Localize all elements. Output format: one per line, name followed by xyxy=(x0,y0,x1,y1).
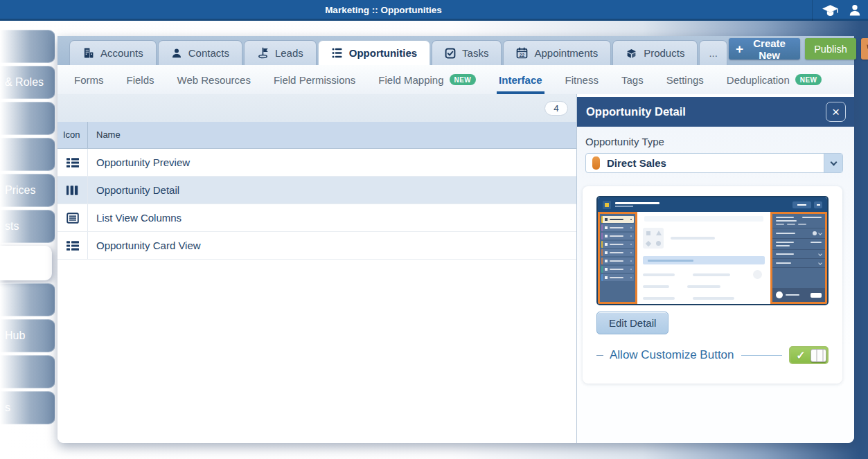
row-name: List View Columns xyxy=(88,204,576,231)
tab-label: Products xyxy=(644,47,684,59)
subnav-interface[interactable]: Interface xyxy=(499,65,542,94)
check-icon: ✓ xyxy=(791,349,811,362)
layout-preview-image xyxy=(596,196,829,305)
subnav-label: Forms xyxy=(74,74,104,86)
subnav-tags[interactable]: Tags xyxy=(621,65,644,94)
tab-label: ... xyxy=(709,47,718,59)
subnav-label: Fields xyxy=(127,74,154,86)
dash-decoration xyxy=(596,355,603,356)
undo-button[interactable] xyxy=(861,38,868,60)
content-area: 4 Icon Name Opportunity Preview xyxy=(57,94,854,443)
sidebar-item-10[interactable] xyxy=(0,355,55,388)
row-name: Opportunity Card View xyxy=(88,232,576,259)
panel-title: Opportunity Detail xyxy=(586,105,686,118)
tab-opportunities[interactable]: Opportunities xyxy=(318,40,430,65)
sidebar-item-label: Hub xyxy=(5,330,25,341)
list-box-icon xyxy=(57,204,88,231)
calendar-icon: 22 xyxy=(516,47,528,59)
left-sidebar: & Roles Prices sts Hub s xyxy=(0,30,55,427)
two-pane-list-icon xyxy=(57,149,88,176)
tab-accounts[interactable]: Accounts xyxy=(69,40,157,65)
subnav-label: Field Mapping xyxy=(378,74,443,86)
subnav-label: Field Permissions xyxy=(274,74,355,86)
subnav-forms[interactable]: Forms xyxy=(74,65,104,94)
table-row-list-view-columns[interactable]: List View Columns xyxy=(57,204,576,232)
column-header-icon: Icon xyxy=(57,122,88,148)
sidebar-item-3[interactable] xyxy=(0,102,55,135)
settings-subnav: Forms Fields Web Resources Field Permiss… xyxy=(57,65,854,94)
main-window: Accounts Contacts Leads xyxy=(57,36,854,443)
tab-appointments[interactable]: 22 Appointments xyxy=(503,40,611,65)
interface-views-list: 4 Icon Name Opportunity Preview xyxy=(57,94,577,443)
opportunities-list-icon xyxy=(331,47,343,59)
sidebar-item-active[interactable] xyxy=(0,246,52,280)
publish-button[interactable]: Publish xyxy=(805,38,856,60)
top-bar: Marketing :: Opportunities xyxy=(0,0,868,21)
toggle-knob[interactable] xyxy=(811,349,826,362)
topbar-icon-group xyxy=(812,0,864,21)
tab-products[interactable]: Products xyxy=(612,40,698,65)
tab-leads[interactable]: Leads xyxy=(244,40,317,65)
allow-customize-toggle[interactable]: ✓ xyxy=(789,346,829,364)
table-row-opportunity-detail[interactable]: Opportunity Detail xyxy=(57,177,576,204)
subnav-label: Deduplication xyxy=(727,74,790,86)
opportunity-type-dropdown[interactable]: Direct Sales xyxy=(585,153,843,173)
create-new-label: Create New xyxy=(748,37,790,61)
subnav-web-resources[interactable]: Web Resources xyxy=(177,65,251,94)
two-pane-list-icon xyxy=(57,232,88,259)
academy-graduation-cap-icon[interactable] xyxy=(821,3,839,18)
sidebar-item-label: Prices xyxy=(5,184,35,196)
subnav-label: Interface xyxy=(499,74,542,86)
allow-customize-row: Allow Customize Button ✓ xyxy=(596,346,829,364)
subnav-fields[interactable]: Fields xyxy=(127,65,154,94)
close-icon[interactable]: × xyxy=(826,102,846,122)
user-profile-icon[interactable] xyxy=(846,3,864,18)
tab-contacts[interactable]: Contacts xyxy=(158,40,242,65)
panel-header: Opportunity Detail × xyxy=(577,97,854,127)
subnav-settings[interactable]: Settings xyxy=(666,65,704,94)
sidebar-item-prices[interactable]: Prices xyxy=(0,174,55,207)
sidebar-item-8[interactable] xyxy=(0,283,55,316)
subnav-label: Tags xyxy=(621,74,644,86)
sidebar-item-hub[interactable]: Hub xyxy=(0,319,55,352)
sidebar-item-roles[interactable]: & Roles xyxy=(0,66,55,99)
sidebar-item-lists[interactable]: sts xyxy=(0,210,55,243)
subnav-field-mapping[interactable]: Field Mapping NEW xyxy=(378,65,476,94)
subnav-fitness[interactable]: Fitness xyxy=(565,65,599,94)
list-toolbar: 4 xyxy=(57,94,576,122)
table-header: Icon Name xyxy=(57,122,576,149)
record-count-badge: 4 xyxy=(544,101,568,116)
opportunity-detail-panel: Opportunity Detail × Opportunity Type Di… xyxy=(577,97,854,443)
page-title: Marketing :: Opportunities xyxy=(0,0,767,21)
allow-customize-label: Allow Customize Button xyxy=(610,348,734,362)
subnav-field-permissions[interactable]: Field Permissions xyxy=(274,65,355,94)
sidebar-item-label: s xyxy=(5,402,10,413)
app-root: { "topbar": { "title": "Marketing :: Opp… xyxy=(0,0,868,459)
tab-label: Accounts xyxy=(100,47,143,59)
tab-label: Contacts xyxy=(188,47,229,59)
tab-more[interactable]: ... xyxy=(699,40,727,65)
tab-label: Appointments xyxy=(534,47,598,59)
table-row-opportunity-card-view[interactable]: Opportunity Card View xyxy=(57,232,576,260)
three-columns-icon xyxy=(57,177,88,204)
subnav-label: Web Resources xyxy=(177,74,251,86)
subnav-label: Settings xyxy=(666,74,704,86)
sidebar-item-1[interactable] xyxy=(0,30,55,63)
table-row-opportunity-preview[interactable]: Opportunity Preview xyxy=(57,149,576,177)
chevron-down-icon[interactable] xyxy=(824,154,842,172)
row-name: Opportunity Preview xyxy=(88,149,576,176)
svg-text:22: 22 xyxy=(520,53,525,57)
undo-arrow-icon xyxy=(865,43,868,55)
tab-label: Tasks xyxy=(462,47,488,59)
detail-settings-card: Edit Detail Allow Customize Button ✓ xyxy=(583,186,842,384)
panel-body: Opportunity Type Direct Sales xyxy=(577,127,854,443)
product-box-icon xyxy=(626,47,637,59)
sidebar-item-11[interactable]: s xyxy=(0,391,55,424)
edit-detail-button[interactable]: Edit Detail xyxy=(596,312,668,334)
tab-tasks[interactable]: Tasks xyxy=(432,40,502,65)
subnav-deduplication[interactable]: Deduplication NEW xyxy=(727,65,822,94)
create-new-button[interactable]: + Create New xyxy=(729,38,800,60)
new-badge: NEW xyxy=(450,74,477,85)
sidebar-item-4[interactable] xyxy=(0,138,55,171)
tab-label: Opportunities xyxy=(349,47,417,59)
